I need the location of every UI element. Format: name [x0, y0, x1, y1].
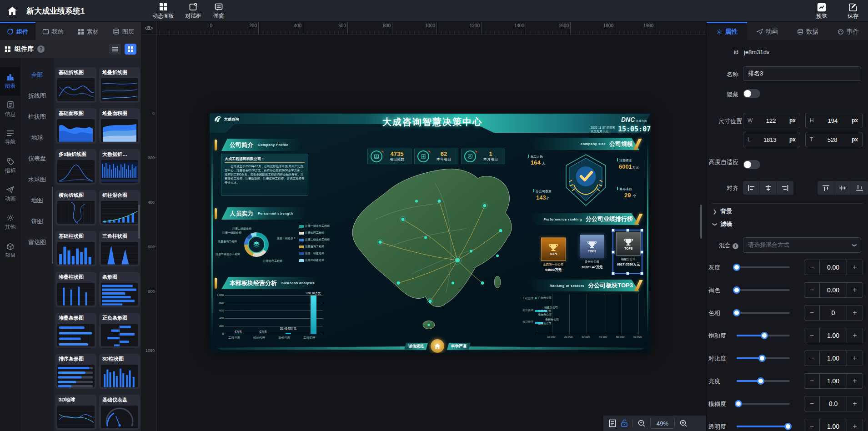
component-card[interactable]: 基础面积图 [55, 108, 96, 144]
resize-handle-s[interactable] [626, 272, 629, 275]
minus-button[interactable]: − [804, 374, 820, 388]
plus-button[interactable]: + [847, 396, 863, 411]
resize-handle-nw[interactable] [612, 229, 615, 232]
left-input[interactable]: L1813px [743, 132, 800, 147]
minus-button[interactable]: − [804, 396, 820, 411]
filter-section[interactable]: ❯滤镜 [713, 220, 732, 228]
sepia-slider[interactable] [737, 289, 790, 291]
component-card[interactable]: 排序条形图 [55, 354, 96, 389]
component-card[interactable]: 横向折线图 [55, 190, 96, 226]
page-list-icon[interactable] [609, 419, 616, 427]
cat-radar[interactable]: 雷达图 [20, 232, 54, 253]
hue-slider[interactable] [737, 312, 790, 314]
gray-slider[interactable] [737, 266, 790, 268]
autoheight-toggle[interactable] [743, 160, 760, 169]
align-top-button[interactable] [818, 181, 834, 195]
resize-handle-n[interactable] [626, 229, 629, 232]
eye-icon[interactable] [141, 22, 157, 35]
hide-toggle[interactable] [743, 89, 760, 98]
plus-button[interactable]: + [847, 306, 863, 320]
component-card[interactable]: 多x轴折线图 [55, 149, 96, 185]
align-center-h-button[interactable] [760, 181, 777, 195]
tab-events[interactable]: 事件 [828, 22, 868, 40]
zoom-in-icon[interactable] [679, 419, 687, 427]
component-card[interactable]: 基础折线图 [55, 67, 96, 103]
minus-button[interactable]: − [804, 283, 820, 297]
saturation-slider[interactable] [737, 335, 790, 336]
plus-button[interactable]: + [847, 283, 863, 297]
resize-handle-w[interactable] [612, 251, 615, 254]
top-input[interactable]: T528px [805, 132, 863, 147]
minus-button[interactable]: − [804, 351, 820, 366]
cat-bar[interactable]: 柱状图 [20, 106, 54, 127]
minus-button[interactable]: − [804, 306, 820, 320]
cat-line[interactable]: 折线图 [20, 85, 54, 106]
align-left-button[interactable] [743, 181, 760, 195]
resize-handle-se[interactable] [640, 272, 643, 275]
category-scrollbar[interactable] [52, 186, 53, 264]
component-card[interactable]: 基础柱状图 [55, 231, 96, 266]
rail-item-info[interactable]: 信息 [0, 95, 20, 124]
align-right-button[interactable] [777, 181, 793, 195]
dashboard-artboard[interactable]: 大成咨询智慧决策中心 大成咨询 DNC 大成咨询 2025-11-07 星期五农… [210, 113, 651, 353]
component-card[interactable]: 条形图 [99, 272, 140, 307]
tab-data[interactable]: 数据 [788, 22, 828, 40]
blur-slider[interactable] [737, 403, 790, 405]
tab-layers[interactable]: 图层 [106, 22, 141, 40]
rail-item-bim[interactable]: BIM [0, 236, 20, 265]
align-middle-button[interactable] [834, 181, 851, 195]
popup-button[interactable]: 弹窗 [206, 3, 232, 20]
blend-select[interactable]: 请选择混合方式 ❯ [743, 237, 861, 253]
zoom-out-icon[interactable] [637, 419, 646, 427]
rail-item-animation[interactable]: 动画 [0, 180, 20, 208]
rail-item-other[interactable]: 其他 [0, 208, 20, 236]
unlock-icon[interactable] [621, 419, 628, 427]
opacity-slider[interactable] [737, 426, 790, 427]
plus-button[interactable]: + [847, 260, 863, 275]
tab-animation[interactable]: 动画 [747, 22, 788, 40]
rail-item-indicator[interactable]: 指标 [0, 152, 20, 180]
component-card[interactable]: 基础仪表盘 [99, 395, 140, 430]
list-view-button[interactable] [109, 44, 121, 55]
width-input[interactable]: W122px [743, 113, 800, 128]
component-card[interactable]: 三角柱状图 [99, 231, 140, 266]
height-input[interactable]: H194px [805, 113, 863, 128]
preview-button[interactable]: 预览 [808, 3, 835, 20]
rail-item-charts[interactable]: 图表 [0, 67, 20, 95]
help-icon[interactable]: ? [37, 45, 45, 53]
background-section[interactable]: ❯背景 [713, 207, 732, 216]
rail-item-nav[interactable]: 导航 [0, 124, 20, 152]
component-card[interactable]: 折柱混合图 [99, 190, 140, 226]
component-card[interactable]: 3D地球 [55, 395, 96, 430]
minus-button[interactable]: − [804, 419, 820, 431]
plus-button[interactable]: + [847, 374, 863, 388]
tab-properties[interactable]: 属性 [707, 22, 747, 40]
canvas-area[interactable]: 0 200 400 600 800 1000 1200 1400 1600 18… [141, 22, 706, 431]
contrast-slider[interactable] [737, 357, 790, 359]
home-icon[interactable] [7, 6, 17, 15]
dynamic-panel-button[interactable]: 动态面板 [150, 3, 176, 20]
minus-button[interactable]: − [804, 328, 820, 343]
component-card[interactable]: 堆叠面积图 [99, 108, 140, 144]
plus-button[interactable]: + [847, 351, 863, 366]
plus-button[interactable]: + [847, 419, 863, 431]
cat-map[interactable]: 地图 [20, 190, 54, 211]
tab-assets[interactable]: 素材 [70, 22, 106, 40]
grid-view-button[interactable] [125, 44, 136, 55]
cat-gauge[interactable]: 仪表盘 [20, 148, 54, 169]
resize-handle-e[interactable] [640, 251, 643, 254]
component-card[interactable]: 正负条形图 [99, 313, 140, 348]
selection-box[interactable] [612, 230, 642, 274]
component-card[interactable]: 大数据折… [99, 149, 140, 185]
save-button[interactable]: 保存 [840, 3, 866, 20]
resize-handle-sw[interactable] [612, 272, 615, 275]
cat-all[interactable]: 全部 [20, 65, 54, 85]
dialog-button[interactable]: 对话框 [180, 3, 206, 20]
brightness-slider[interactable] [737, 380, 790, 382]
minus-button[interactable]: − [804, 260, 820, 275]
cat-liquid[interactable]: 水球图 [20, 169, 54, 190]
align-bottom-button[interactable] [851, 181, 868, 195]
cat-globe[interactable]: 地球 [20, 127, 54, 148]
component-card[interactable]: 堆叠柱状图 [55, 272, 96, 307]
tab-components[interactable]: 组件 [0, 22, 35, 40]
